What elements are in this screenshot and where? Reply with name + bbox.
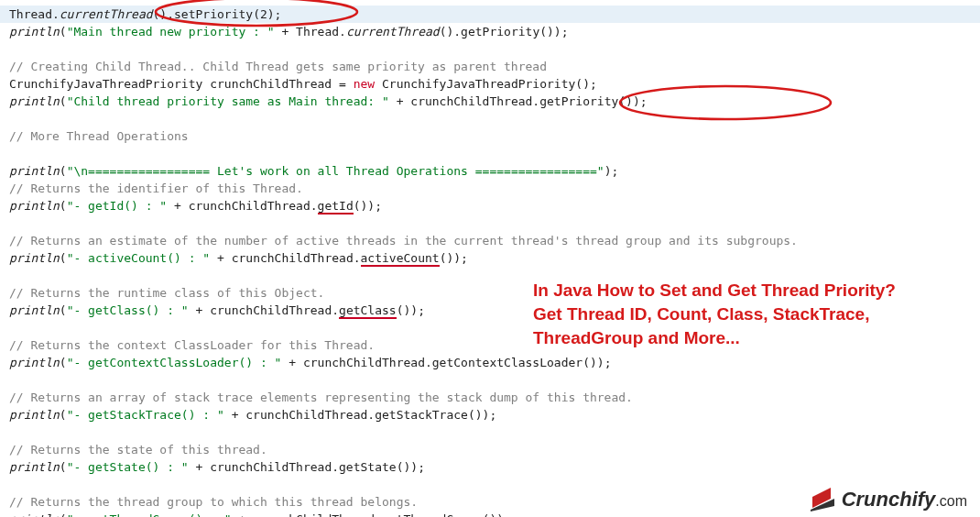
code-block: Thread.currentThread().setPriority(2); p…	[9, 6, 971, 517]
code-line: println("Child thread priority same as M…	[9, 93, 971, 110]
code-line: println("- getState() : " + crunchChildT…	[9, 458, 971, 476]
code-line: CrunchifyJavaThreadPriority crunchChildT…	[9, 75, 971, 93]
code-comment: // Returns the identifier of this Thread…	[9, 180, 971, 197]
code-comment: // Returns the runtime class of this Obj…	[9, 284, 971, 302]
underlined-method: activeCount	[361, 251, 440, 267]
code-comment: // Returns the context ClassLoader for t…	[9, 336, 971, 354]
code-comment: // Returns an estimate of the number of …	[9, 232, 971, 249]
code-comment: // Returns the state of this thread.	[9, 441, 971, 458]
code-line: Thread.currentThread().setPriority(2);	[0, 6, 980, 23]
code-line: println("- getThreadGroup() : " + crunch…	[9, 511, 971, 517]
code-comment: // More Thread Operations	[9, 127, 971, 145]
code-comment: // Returns an array of stack trace eleme…	[9, 389, 971, 406]
crunchify-logo: Crunchify.com	[809, 488, 967, 512]
code-line: println("- getContextClassLoader() : " +…	[9, 354, 971, 371]
underlined-method: getId	[318, 199, 354, 214]
code-line: println("- getId() : " + crunchChildThre…	[9, 197, 971, 214]
code-line: println("- getClass() : " + crunchChildT…	[9, 302, 971, 319]
code-line: println("\n================= Let's work …	[9, 162, 971, 180]
code-line: println("- activeCount() : " + crunchChi…	[9, 249, 971, 267]
code-line: println("Main thread new priority : " + …	[9, 23, 971, 40]
underlined-method: getClass	[339, 303, 397, 319]
logo-text: Crunchify.com	[842, 490, 967, 510]
code-line: println("- getStackTrace() : " + crunchC…	[9, 406, 971, 424]
crunchify-logo-icon	[809, 488, 836, 512]
code-comment: // Creating Child Thread.. Child Thread …	[9, 58, 971, 75]
